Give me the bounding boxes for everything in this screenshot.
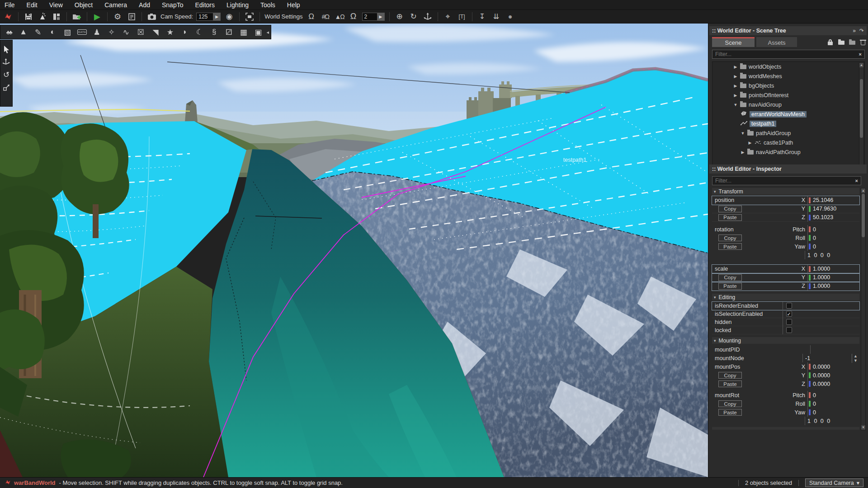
paste-button[interactable]: Paste: [718, 409, 742, 416]
rotate-tool-icon[interactable]: ↺: [2, 70, 11, 79]
scroll-up-icon[interactable]: ▲: [861, 188, 865, 193]
collision-box-icon[interactable]: ☒: [134, 26, 147, 38]
scene-tree-filter-input[interactable]: [715, 51, 859, 57]
star-tool-icon[interactable]: ★: [164, 26, 176, 38]
mountNode-value[interactable]: -1: [803, 355, 852, 361]
world-settings-label[interactable]: World Settings: [264, 13, 302, 20]
video-capture-icon[interactable]: ▦: [237, 26, 250, 38]
rotation-yaw-value[interactable]: 0: [811, 244, 859, 250]
tab-scene[interactable]: Scene: [712, 37, 755, 47]
position-x-value[interactable]: 25.1046: [811, 197, 859, 203]
snap-size-input[interactable]: [362, 13, 377, 21]
tree-item-worldMeshes[interactable]: ▶worldMeshes: [712, 71, 864, 81]
scale-x-value[interactable]: 1.0000: [811, 266, 859, 272]
mountPos-z-value[interactable]: 0.0000: [811, 381, 859, 387]
rotation-pitch-value[interactable]: 0: [811, 226, 859, 233]
tab-assets[interactable]: Assets: [756, 37, 797, 47]
inspector-filter-input[interactable]: [715, 178, 855, 184]
material-globe-icon[interactable]: ◐: [46, 26, 59, 38]
visibility-eye-icon[interactable]: ◉: [224, 11, 235, 22]
mountRot-pitch-value[interactable]: 0: [811, 392, 859, 399]
locked-checkbox[interactable]: [786, 327, 792, 333]
bounds-select-icon[interactable]: ⌖: [443, 11, 453, 22]
scroll-thumb[interactable]: [860, 79, 863, 138]
text-tool-icon[interactable]: [T]: [457, 11, 467, 22]
tree-item-castle1Path[interactable]: ▶ castle1Path: [712, 138, 864, 147]
particle-emitter-icon[interactable]: ✧: [105, 26, 118, 38]
scatter-objects-icon[interactable]: ⇊: [491, 11, 502, 22]
menu-lighting[interactable]: Lighting: [226, 1, 249, 9]
datablock-editor-icon[interactable]: DATA: [75, 26, 88, 38]
crescent-tool-icon[interactable]: ☾: [193, 26, 206, 38]
isSelectionEnabled-checkbox[interactable]: ✓: [786, 311, 792, 317]
menu-file[interactable]: File: [5, 1, 15, 9]
shape-tool-icon[interactable]: ◥: [149, 26, 162, 38]
tree-item-pathAidGroup[interactable]: ▼pathAidGroup: [712, 128, 864, 138]
tree-item-navAidGroup[interactable]: ▼navAidGroup: [712, 100, 864, 109]
player-object-icon[interactable]: ♟: [90, 26, 103, 38]
scale-tool-icon[interactable]: [2, 83, 11, 92]
lock-selection-icon[interactable]: [827, 39, 834, 45]
position-y-value[interactable]: 147.9630: [811, 206, 859, 212]
drop-to-ground-icon[interactable]: ↧: [477, 11, 488, 22]
camera-icon[interactable]: [146, 11, 157, 22]
copy-button[interactable]: Copy: [718, 372, 742, 379]
viewport-3d-scene[interactable]: testpath1: [0, 23, 708, 477]
terrain-painter-icon[interactable]: ✎: [32, 26, 44, 38]
position-z-value[interactable]: 50.1023: [811, 214, 859, 221]
inspector-panel-header[interactable]: :: World Editor - Inspector: [709, 164, 867, 174]
mountNode-spinner[interactable]: ▲▼: [852, 354, 858, 363]
save-icon[interactable]: [23, 11, 34, 22]
copy-button[interactable]: Copy: [718, 235, 742, 241]
river-tool-icon[interactable]: ◗: [179, 26, 191, 38]
scroll-up-icon[interactable]: ▲: [859, 63, 863, 67]
mountPos-x-value[interactable]: 0.0000: [811, 364, 859, 370]
scene-tree-panel-header[interactable]: :: World Editor - Scene Tree » ↷: [709, 26, 867, 35]
tree-item-errantWorldNavMesh[interactable]: errantWorldNavMesh: [712, 109, 864, 119]
menu-edit[interactable]: Edit: [27, 1, 38, 9]
mountRot-roll-value[interactable]: 0: [811, 401, 859, 407]
rotation-roll-value[interactable]: 0: [811, 235, 859, 241]
scene-tree-scrollbar[interactable]: ▲ ▼: [859, 62, 864, 171]
new-group-folder-icon[interactable]: [838, 39, 845, 45]
move-gizmo-icon[interactable]: [422, 11, 433, 22]
paste-button[interactable]: Paste: [718, 380, 742, 387]
clear-filter-icon[interactable]: ×: [859, 52, 862, 57]
scroll-down-icon[interactable]: ▼: [861, 425, 865, 430]
menu-editors[interactable]: Editors: [195, 1, 215, 9]
dice-prefab-icon[interactable]: ⚂: [222, 26, 235, 38]
road-tool-icon[interactable]: ∿: [120, 26, 132, 38]
cam-speed-dropdown[interactable]: ▶: [213, 13, 221, 21]
clear-filter-icon[interactable]: ×: [855, 178, 858, 183]
scale-z-value[interactable]: 1.0000: [811, 283, 859, 289]
menu-tools[interactable]: Tools: [260, 1, 275, 9]
console-log-icon[interactable]: [126, 11, 137, 22]
clapperboard-icon[interactable]: ▣: [252, 26, 264, 38]
paste-button[interactable]: Paste: [718, 283, 742, 290]
tree-item-bgObjects[interactable]: ▶bgObjects: [712, 81, 864, 90]
cam-speed-input[interactable]: [196, 13, 213, 21]
select-tool-icon[interactable]: [2, 45, 11, 54]
window-layout-icon[interactable]: [51, 11, 62, 22]
section-transform[interactable]: ▾Transform: [712, 188, 859, 195]
panel-dock-icon[interactable]: ↷: [859, 28, 864, 34]
paste-button[interactable]: Paste: [718, 243, 742, 250]
section-mounting[interactable]: ▾Mounting: [712, 337, 859, 344]
paste-button[interactable]: Paste: [718, 214, 742, 221]
copy-button[interactable]: Copy: [718, 274, 742, 281]
inspector-scrollbar[interactable]: ▲ ▼: [861, 188, 866, 430]
menu-camera[interactable]: Camera: [104, 1, 127, 9]
menu-view[interactable]: View: [49, 1, 63, 9]
tree-item-testpath1[interactable]: testpath1: [712, 119, 864, 128]
new-asset-folder-icon[interactable]: [71, 11, 82, 22]
object-rotation-space-icon[interactable]: ↻: [408, 11, 419, 22]
copy-button[interactable]: Copy: [718, 400, 742, 407]
snap-size-dropdown[interactable]: ▶: [377, 13, 385, 21]
soft-snap-magnet-icon[interactable]: Ω: [348, 11, 359, 22]
grid-snap-icon[interactable]: #Ω: [320, 11, 331, 22]
menu-object[interactable]: Object: [75, 1, 93, 9]
toolbar-collapse-icon[interactable]: ◂: [266, 29, 269, 35]
hidden-checkbox[interactable]: [786, 319, 792, 325]
tree-item-navAidPathGroup[interactable]: ▶navAidPathGroup: [712, 147, 864, 157]
settings-gear-icon[interactable]: ⚙: [112, 11, 123, 22]
